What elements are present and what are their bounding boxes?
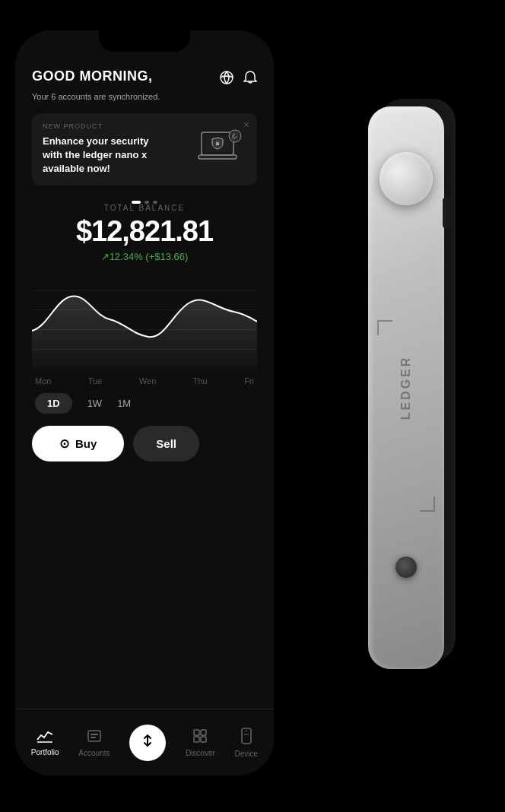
nav-portfolio[interactable]: Portfolio xyxy=(25,726,65,760)
svg-rect-9 xyxy=(91,737,96,738)
grid-line-2 xyxy=(32,309,257,310)
ledger-device: LEDGER xyxy=(300,91,505,684)
dot-2 xyxy=(145,201,149,204)
time-axis: Mon Tue Wen Thu Fri xyxy=(32,376,257,385)
header-icons xyxy=(219,70,257,89)
nav-discover-label: Discover xyxy=(186,749,215,757)
nav-transfer[interactable] xyxy=(123,722,172,764)
nav-discover[interactable]: Discover xyxy=(179,725,221,760)
buy-icon: ⊙ xyxy=(59,436,69,451)
action-buttons: ⊙ Buy Sell xyxy=(32,426,257,462)
svg-point-15 xyxy=(246,730,247,731)
svg-point-5 xyxy=(229,130,241,142)
device-logo-text: LEDGER xyxy=(399,356,413,420)
time-range: 1D 1W 1M xyxy=(32,393,257,414)
svg-rect-10 xyxy=(194,730,199,735)
device-button-circle xyxy=(380,152,433,205)
banner-close-button[interactable]: × xyxy=(243,119,249,132)
sync-text: Your 6 accounts are synchronized. xyxy=(32,92,257,101)
device-icon xyxy=(240,728,252,747)
device-logo-area: LEDGER xyxy=(399,356,413,420)
discover-icon xyxy=(192,728,208,746)
svg-rect-12 xyxy=(194,737,199,742)
greeting: GOOD MORNING, xyxy=(32,68,153,84)
nav-accounts[interactable]: Accounts xyxy=(72,725,116,760)
balance-amount: $12,821.81 xyxy=(32,215,257,248)
time-btn-1m[interactable]: 1M xyxy=(117,398,131,409)
nav-device-label: Device xyxy=(235,750,259,758)
svg-rect-7 xyxy=(88,731,100,741)
chart-area xyxy=(32,270,257,369)
globe-icon[interactable] xyxy=(219,70,234,89)
phone-notch xyxy=(99,30,190,52)
bottom-nav: Portfolio Accounts xyxy=(15,709,274,776)
banner-title: Enhance your security with the ledger na… xyxy=(43,135,164,176)
time-label-fri: Fri xyxy=(244,376,254,385)
balance-label: TOTAL BALANCE xyxy=(32,204,257,212)
sell-button[interactable]: Sell xyxy=(133,426,199,462)
time-btn-1d[interactable]: 1D xyxy=(35,393,72,414)
laptop-shield-icon xyxy=(195,128,245,170)
portfolio-icon xyxy=(37,729,53,745)
buy-button[interactable]: ⊙ Buy xyxy=(32,426,124,462)
svg-rect-4 xyxy=(216,143,219,145)
banner-tag: NEW PRODUCT xyxy=(43,122,193,130)
transfer-icon xyxy=(140,733,155,752)
balance-change: ↗12.34% (+$13.66) xyxy=(32,251,257,262)
time-label-mon: Mon xyxy=(35,376,51,385)
accounts-icon xyxy=(87,728,102,746)
dot-3 xyxy=(153,201,157,204)
dot-1 xyxy=(132,201,141,204)
device-small-button xyxy=(395,557,417,578)
device-side-button xyxy=(443,198,449,228)
phone-screen: GOOD MORNING, xyxy=(15,30,274,776)
bell-icon[interactable] xyxy=(243,70,257,89)
sell-label: Sell xyxy=(156,437,176,450)
svg-point-0 xyxy=(221,71,233,84)
transfer-button[interactable] xyxy=(129,725,166,761)
nav-device[interactable]: Device xyxy=(229,725,265,761)
nav-portfolio-label: Portfolio xyxy=(31,748,59,756)
banner-image xyxy=(193,126,246,172)
svg-rect-11 xyxy=(201,730,206,735)
phone: GOOD MORNING, xyxy=(15,30,274,776)
svg-rect-2 xyxy=(199,155,237,159)
device-corner-tl xyxy=(377,320,392,335)
svg-rect-13 xyxy=(201,737,206,742)
grid-line-1 xyxy=(32,290,257,290)
scene: GOOD MORNING, xyxy=(0,0,505,812)
time-label-thu: Thu xyxy=(193,376,208,385)
time-label-tue: Tue xyxy=(88,376,103,385)
balance-section: TOTAL BALANCE $12,821.81 ↗12.34% (+$13.6… xyxy=(32,204,257,262)
header: GOOD MORNING, xyxy=(32,68,257,89)
grid-line-3 xyxy=(32,329,257,330)
price-chart-svg xyxy=(32,270,257,369)
svg-rect-8 xyxy=(91,734,98,735)
grid-line-4 xyxy=(32,349,257,350)
device-body: LEDGER xyxy=(368,106,444,669)
banner-content: NEW PRODUCT Enhance your security with t… xyxy=(43,122,193,176)
product-banner: NEW PRODUCT Enhance your security with t… xyxy=(32,113,257,186)
screen-content: GOOD MORNING, xyxy=(15,30,274,715)
nav-accounts-label: Accounts xyxy=(78,749,110,757)
buy-label: Buy xyxy=(75,437,97,450)
device-corner-br xyxy=(420,496,435,512)
time-label-wen: Wen xyxy=(139,376,156,385)
time-btn-1w[interactable]: 1W xyxy=(87,398,103,409)
